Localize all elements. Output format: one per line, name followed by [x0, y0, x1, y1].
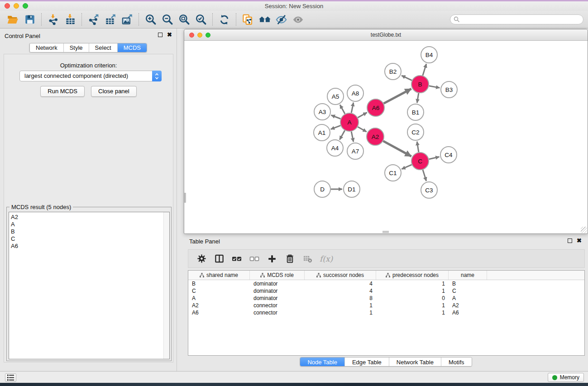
close-window-button[interactable]: [5, 3, 10, 9]
zoom-selected-button[interactable]: [192, 12, 209, 27]
new-network-from-selection-button[interactable]: [239, 12, 256, 27]
network-canvas[interactable]: B4B2BB3A8A5A6A3B1AA1C2A2A4A7C4CC1DD1C3: [184, 41, 588, 234]
import-table-button[interactable]: [62, 12, 78, 27]
graph-edge-C-C4[interactable]: [429, 157, 440, 159]
table-row[interactable]: Cdominator41C: [188, 287, 584, 295]
graph-edge-B-B2[interactable]: [402, 76, 412, 81]
network-graph[interactable]: B4B2BB3A8A5A6A3B1AA1C2A2A4A7C4CC1DD1C3: [184, 41, 588, 234]
result-item[interactable]: A2: [9, 214, 169, 221]
close-panel-button[interactable]: Close panel: [91, 86, 137, 97]
graph-node-A2[interactable]: A2: [367, 128, 384, 145]
refresh-button[interactable]: [216, 12, 233, 27]
graph-edge-A2-C[interactable]: [383, 141, 411, 157]
graph-edge-A6-B[interactable]: [384, 89, 411, 103]
window-resize-grip[interactable]: [581, 227, 587, 233]
table-settings-button[interactable]: [196, 253, 207, 264]
graph-node-D[interactable]: D: [314, 181, 330, 197]
unselect-all-button[interactable]: [249, 253, 260, 264]
graph-edge-A-A2[interactable]: [358, 127, 367, 132]
tab-motifs[interactable]: Motifs: [441, 357, 472, 366]
graph-node-B[interactable]: B: [411, 76, 429, 93]
dropdown-stepper[interactable]: [152, 71, 162, 81]
graph-edge-B-B3[interactable]: [429, 86, 440, 88]
graph-edge-B-B4[interactable]: [423, 64, 426, 76]
graph-node-B4[interactable]: B4: [421, 47, 437, 63]
graph-node-A5[interactable]: A5: [327, 88, 344, 105]
graph-edge-C-C2[interactable]: [417, 142, 419, 152]
graph-node-D1[interactable]: D1: [344, 181, 360, 197]
result-item[interactable]: A6: [9, 243, 169, 250]
graph-node-B1[interactable]: B1: [407, 104, 424, 120]
table-row[interactable]: A6connector11A6: [188, 309, 584, 316]
result-item[interactable]: B: [9, 228, 169, 235]
show-graphics-details-button[interactable]: [290, 12, 306, 27]
graph-node-A1[interactable]: A1: [314, 124, 330, 141]
column-header-predecessor-nodes[interactable]: predecessor nodes: [376, 271, 449, 280]
table-row[interactable]: Adominator80A: [188, 295, 584, 302]
tab-edge-table[interactable]: Edge Table: [345, 357, 389, 366]
result-item[interactable]: A: [9, 221, 169, 228]
tab-style[interactable]: Style: [64, 43, 89, 52]
graph-edge-A-A8[interactable]: [351, 103, 354, 113]
graph-node-C4[interactable]: C4: [440, 147, 457, 163]
result-scrollbar[interactable]: [163, 212, 169, 359]
network-minimize-button[interactable]: [197, 33, 202, 38]
hide-graphics-details-button[interactable]: [273, 12, 290, 27]
import-network-button[interactable]: [45, 12, 62, 27]
create-column-button[interactable]: [267, 253, 277, 264]
tab-node-table[interactable]: Node Table: [300, 357, 345, 366]
graph-node-C2[interactable]: C2: [407, 124, 424, 140]
float-panel-icon[interactable]: [158, 33, 163, 37]
graph-node-A6[interactable]: A6: [367, 99, 384, 116]
network-vscroll-thumb[interactable]: [184, 193, 186, 203]
tab-mcds[interactable]: MCDS: [118, 43, 147, 52]
graph-node-A3[interactable]: A3: [314, 104, 330, 120]
graph-node-A4[interactable]: A4: [327, 140, 343, 156]
open-session-button[interactable]: [5, 12, 21, 27]
export-network-button[interactable]: [85, 12, 102, 27]
table-row[interactable]: Bdominator41B: [188, 280, 584, 287]
minimize-window-button[interactable]: [14, 3, 19, 9]
zoom-window-button[interactable]: [23, 3, 28, 9]
zoom-out-button[interactable]: [159, 12, 176, 27]
graph-node-C1[interactable]: C1: [385, 165, 401, 181]
task-history-button[interactable]: [5, 373, 16, 382]
column-header-successor-nodes[interactable]: successor nodes: [305, 271, 376, 280]
save-session-button[interactable]: [21, 12, 38, 27]
graph-node-B3[interactable]: B3: [441, 81, 457, 98]
graph-edge-A-A6[interactable]: [358, 113, 367, 118]
network-close-button[interactable]: [189, 33, 194, 38]
table-row[interactable]: A2connector11A2: [188, 302, 584, 309]
graph-edge-C-C1[interactable]: [402, 165, 411, 169]
close-panel-icon[interactable]: ✖: [167, 32, 172, 38]
zoom-in-button[interactable]: [142, 12, 159, 27]
tab-select[interactable]: Select: [89, 43, 118, 52]
graph-edge-A-A1[interactable]: [331, 125, 341, 129]
search-input[interactable]: [450, 14, 583, 24]
network-window-titlebar[interactable]: testGlobe.txt: [184, 29, 588, 41]
first-neighbors-button[interactable]: [256, 12, 273, 27]
mcds-result-listbox[interactable]: A2ABCA6: [9, 212, 170, 359]
delete-column-button[interactable]: [284, 253, 295, 264]
graph-edge-A-A4[interactable]: [339, 130, 344, 139]
criterion-dropdown[interactable]: largest connected component (directed): [19, 71, 162, 81]
graph-node-A8[interactable]: A8: [347, 85, 363, 101]
graph-node-B2[interactable]: B2: [385, 63, 401, 80]
graph-node-A[interactable]: A: [340, 113, 359, 131]
show-column-button[interactable]: [214, 253, 225, 264]
column-header-name[interactable]: name: [449, 271, 487, 280]
export-table-button[interactable]: [102, 12, 119, 27]
run-mcds-button[interactable]: Run MCDS: [40, 86, 85, 97]
graph-node-C3[interactable]: C3: [421, 182, 437, 198]
graph-edge-B-B1[interactable]: [417, 93, 418, 103]
graph-edge-A-A3[interactable]: [331, 115, 341, 119]
graph-node-C[interactable]: C: [411, 152, 429, 170]
float-panel-icon[interactable]: [568, 238, 572, 243]
column-header-shared-name[interactable]: shared name: [188, 271, 250, 280]
graph-edge-A-A7[interactable]: [351, 132, 354, 142]
result-item[interactable]: C: [9, 235, 169, 243]
network-hscroll-thumb[interactable]: [382, 231, 389, 233]
delete-table-button[interactable]: [302, 253, 313, 264]
export-image-button[interactable]: [119, 12, 135, 27]
tab-network[interactable]: Network: [30, 43, 64, 52]
